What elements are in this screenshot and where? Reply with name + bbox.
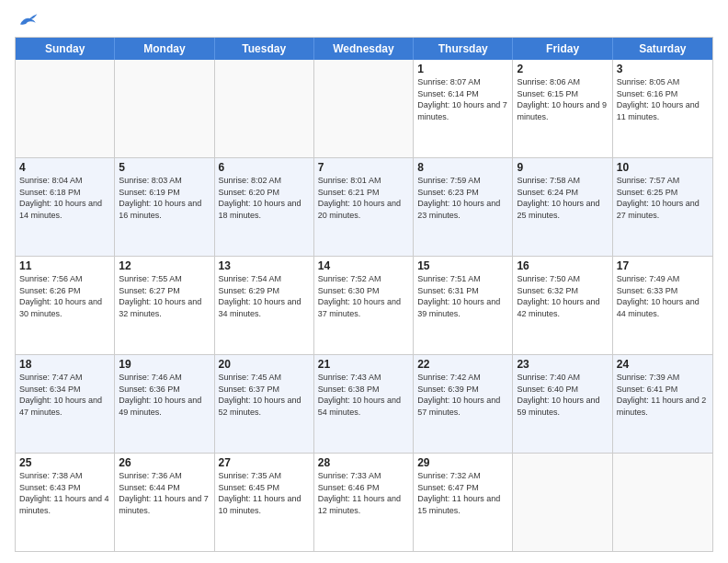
header xyxy=(15,11,713,29)
day-cell-24: 24Sunrise: 7:39 AM Sunset: 6:41 PM Dayli… xyxy=(613,355,712,453)
day-info: Sunrise: 7:55 AM Sunset: 6:27 PM Dayligh… xyxy=(119,273,210,319)
day-number: 1 xyxy=(417,63,508,75)
day-cell-29: 29Sunrise: 7:32 AM Sunset: 6:47 PM Dayli… xyxy=(414,454,513,551)
calendar-header: SundayMondayTuesdayWednesdayThursdayFrid… xyxy=(16,38,712,60)
day-info: Sunrise: 7:39 AM Sunset: 6:41 PM Dayligh… xyxy=(617,372,709,418)
day-number: 10 xyxy=(617,161,709,174)
day-cell-22: 22Sunrise: 7:42 AM Sunset: 6:39 PM Dayli… xyxy=(414,355,513,453)
day-cell-12: 12Sunrise: 7:55 AM Sunset: 6:27 PM Dayli… xyxy=(115,257,214,354)
calendar-row-0: 1Sunrise: 8:07 AM Sunset: 6:14 PM Daylig… xyxy=(16,60,712,158)
header-day-tuesday: Tuesday xyxy=(215,38,314,60)
empty-cell xyxy=(215,60,314,157)
day-info: Sunrise: 7:56 AM Sunset: 6:26 PM Dayligh… xyxy=(19,273,110,319)
day-cell-6: 6Sunrise: 8:02 AM Sunset: 6:20 PM Daylig… xyxy=(215,158,314,256)
day-cell-17: 17Sunrise: 7:49 AM Sunset: 6:33 PM Dayli… xyxy=(613,257,712,354)
empty-cell xyxy=(513,454,612,551)
day-info: Sunrise: 8:05 AM Sunset: 6:16 PM Dayligh… xyxy=(617,76,709,122)
calendar: SundayMondayTuesdayWednesdayThursdayFrid… xyxy=(15,37,713,552)
calendar-body: 1Sunrise: 8:07 AM Sunset: 6:14 PM Daylig… xyxy=(16,60,712,551)
day-info: Sunrise: 7:57 AM Sunset: 6:25 PM Dayligh… xyxy=(617,175,709,221)
day-number: 21 xyxy=(318,358,409,371)
day-number: 14 xyxy=(318,259,409,272)
day-cell-10: 10Sunrise: 7:57 AM Sunset: 6:25 PM Dayli… xyxy=(613,158,712,256)
day-cell-2: 2Sunrise: 8:06 AM Sunset: 6:15 PM Daylig… xyxy=(513,60,612,157)
day-info: Sunrise: 7:38 AM Sunset: 6:43 PM Dayligh… xyxy=(19,470,110,516)
calendar-row-4: 25Sunrise: 7:38 AM Sunset: 6:43 PM Dayli… xyxy=(16,454,712,551)
day-info: Sunrise: 7:47 AM Sunset: 6:34 PM Dayligh… xyxy=(19,372,110,418)
day-number: 5 xyxy=(119,161,210,174)
day-info: Sunrise: 7:40 AM Sunset: 6:40 PM Dayligh… xyxy=(517,372,608,418)
day-number: 3 xyxy=(617,63,709,75)
header-day-friday: Friday xyxy=(513,38,612,60)
empty-cell xyxy=(613,454,712,551)
calendar-row-1: 4Sunrise: 8:04 AM Sunset: 6:18 PM Daylig… xyxy=(16,158,712,257)
logo-icon xyxy=(17,11,39,29)
day-cell-21: 21Sunrise: 7:43 AM Sunset: 6:38 PM Dayli… xyxy=(314,355,414,453)
empty-cell xyxy=(115,60,214,157)
day-info: Sunrise: 7:54 AM Sunset: 6:29 PM Dayligh… xyxy=(219,273,310,319)
day-number: 20 xyxy=(219,358,310,371)
day-number: 24 xyxy=(617,358,709,371)
day-cell-28: 28Sunrise: 7:33 AM Sunset: 6:46 PM Dayli… xyxy=(314,454,414,551)
day-number: 22 xyxy=(417,358,508,371)
day-number: 16 xyxy=(517,259,608,272)
day-number: 27 xyxy=(219,456,310,469)
day-info: Sunrise: 8:07 AM Sunset: 6:14 PM Dayligh… xyxy=(417,76,508,122)
day-info: Sunrise: 7:51 AM Sunset: 6:31 PM Dayligh… xyxy=(417,273,508,319)
header-day-wednesday: Wednesday xyxy=(314,38,414,60)
day-number: 15 xyxy=(417,259,508,272)
day-info: Sunrise: 8:03 AM Sunset: 6:19 PM Dayligh… xyxy=(119,175,210,221)
day-cell-16: 16Sunrise: 7:50 AM Sunset: 6:32 PM Dayli… xyxy=(513,257,612,354)
logo xyxy=(15,11,42,29)
day-cell-20: 20Sunrise: 7:45 AM Sunset: 6:37 PM Dayli… xyxy=(215,355,314,453)
day-cell-23: 23Sunrise: 7:40 AM Sunset: 6:40 PM Dayli… xyxy=(513,355,612,453)
day-info: Sunrise: 7:35 AM Sunset: 6:45 PM Dayligh… xyxy=(219,470,310,516)
header-day-sunday: Sunday xyxy=(16,38,115,60)
empty-cell xyxy=(314,60,414,157)
day-number: 26 xyxy=(119,456,210,469)
day-info: Sunrise: 8:04 AM Sunset: 6:18 PM Dayligh… xyxy=(19,175,110,221)
day-cell-3: 3Sunrise: 8:05 AM Sunset: 6:16 PM Daylig… xyxy=(613,60,712,157)
day-cell-18: 18Sunrise: 7:47 AM Sunset: 6:34 PM Dayli… xyxy=(16,355,115,453)
day-info: Sunrise: 7:46 AM Sunset: 6:36 PM Dayligh… xyxy=(119,372,210,418)
day-cell-13: 13Sunrise: 7:54 AM Sunset: 6:29 PM Dayli… xyxy=(215,257,314,354)
day-number: 13 xyxy=(219,259,310,272)
day-number: 2 xyxy=(517,63,608,75)
day-number: 28 xyxy=(318,456,409,469)
day-cell-1: 1Sunrise: 8:07 AM Sunset: 6:14 PM Daylig… xyxy=(414,60,513,157)
day-number: 6 xyxy=(219,161,310,174)
day-number: 19 xyxy=(119,358,210,371)
day-cell-15: 15Sunrise: 7:51 AM Sunset: 6:31 PM Dayli… xyxy=(414,257,513,354)
day-cell-19: 19Sunrise: 7:46 AM Sunset: 6:36 PM Dayli… xyxy=(115,355,214,453)
day-cell-27: 27Sunrise: 7:35 AM Sunset: 6:45 PM Dayli… xyxy=(215,454,314,551)
day-info: Sunrise: 7:32 AM Sunset: 6:47 PM Dayligh… xyxy=(417,470,508,516)
day-cell-26: 26Sunrise: 7:36 AM Sunset: 6:44 PM Dayli… xyxy=(115,454,214,551)
header-day-monday: Monday xyxy=(115,38,214,60)
day-info: Sunrise: 7:50 AM Sunset: 6:32 PM Dayligh… xyxy=(517,273,608,319)
day-info: Sunrise: 7:45 AM Sunset: 6:37 PM Dayligh… xyxy=(219,372,310,418)
calendar-row-3: 18Sunrise: 7:47 AM Sunset: 6:34 PM Dayli… xyxy=(16,355,712,454)
day-info: Sunrise: 7:52 AM Sunset: 6:30 PM Dayligh… xyxy=(318,273,409,319)
day-cell-5: 5Sunrise: 8:03 AM Sunset: 6:19 PM Daylig… xyxy=(115,158,214,256)
day-info: Sunrise: 7:33 AM Sunset: 6:46 PM Dayligh… xyxy=(318,470,409,516)
day-info: Sunrise: 7:49 AM Sunset: 6:33 PM Dayligh… xyxy=(617,273,709,319)
day-info: Sunrise: 7:43 AM Sunset: 6:38 PM Dayligh… xyxy=(318,372,409,418)
day-info: Sunrise: 7:59 AM Sunset: 6:23 PM Dayligh… xyxy=(417,175,508,221)
day-number: 23 xyxy=(517,358,608,371)
day-info: Sunrise: 7:36 AM Sunset: 6:44 PM Dayligh… xyxy=(119,470,210,516)
page: SundayMondayTuesdayWednesdayThursdayFrid… xyxy=(0,0,728,563)
day-number: 17 xyxy=(617,259,709,272)
day-number: 9 xyxy=(517,161,608,174)
day-info: Sunrise: 8:02 AM Sunset: 6:20 PM Dayligh… xyxy=(219,175,310,221)
day-cell-25: 25Sunrise: 7:38 AM Sunset: 6:43 PM Dayli… xyxy=(16,454,115,551)
day-info: Sunrise: 7:58 AM Sunset: 6:24 PM Dayligh… xyxy=(517,175,608,221)
day-number: 8 xyxy=(417,161,508,174)
header-day-thursday: Thursday xyxy=(414,38,513,60)
empty-cell xyxy=(16,60,115,157)
day-info: Sunrise: 7:42 AM Sunset: 6:39 PM Dayligh… xyxy=(417,372,508,418)
day-number: 12 xyxy=(119,259,210,272)
day-cell-8: 8Sunrise: 7:59 AM Sunset: 6:23 PM Daylig… xyxy=(414,158,513,256)
day-cell-7: 7Sunrise: 8:01 AM Sunset: 6:21 PM Daylig… xyxy=(314,158,414,256)
day-info: Sunrise: 8:01 AM Sunset: 6:21 PM Dayligh… xyxy=(318,175,409,221)
day-number: 4 xyxy=(19,161,110,174)
